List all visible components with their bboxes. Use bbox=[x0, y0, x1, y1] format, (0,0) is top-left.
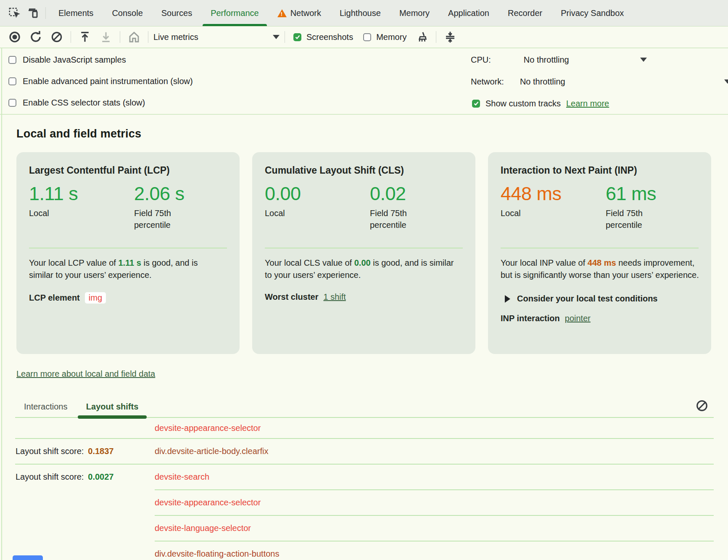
metric-cards: Largest Contentful Paint (LCP) 1.11 s Lo… bbox=[16, 152, 728, 354]
screenshots-checkbox[interactable]: Screenshots bbox=[293, 32, 353, 42]
worst-cluster-link[interactable]: 1 shift bbox=[323, 292, 346, 302]
checkbox-unchecked-icon bbox=[8, 77, 16, 85]
layout-shift-row: Layout shift score: 0.1837 div.devsite-a… bbox=[15, 439, 714, 464]
lcp-field-value: 2.06 s bbox=[134, 183, 193, 205]
screenshots-label: Screenshots bbox=[306, 32, 353, 42]
chevron-down-icon[interactable] bbox=[724, 79, 728, 84]
record-icon bbox=[8, 30, 21, 44]
layout-shift-score-label: Layout shift score: bbox=[16, 472, 84, 482]
cls-field-label: Field 75th percentile bbox=[370, 207, 429, 231]
learn-more-local-field-link[interactable]: Learn more about local and field data bbox=[16, 369, 155, 379]
clear-button[interactable] bbox=[49, 29, 65, 45]
show-custom-tracks-checkbox[interactable]: Show custom tracks Learn more bbox=[472, 93, 609, 114]
inp-field-label: Field 75th percentile bbox=[606, 207, 665, 231]
cls-card-title: Cumulative Layout Shift (CLS) bbox=[265, 165, 463, 176]
cpu-label: CPU: bbox=[471, 55, 491, 65]
toolbar-divider bbox=[436, 31, 436, 43]
tab-console[interactable]: Console bbox=[103, 0, 152, 26]
element-selector-link[interactable]: devsite-language-selector bbox=[155, 523, 251, 533]
settings-checkbox-label: Disable JavaScript samples bbox=[23, 55, 126, 65]
consider-label: Consider your local test conditions bbox=[517, 294, 658, 304]
settings-checkbox-label: Enable advanced paint instrumentation (s… bbox=[23, 77, 193, 86]
element-selector-link[interactable]: div.devsite-floating-action-buttons bbox=[155, 549, 279, 559]
log-tab-layout-shifts[interactable]: Layout shifts bbox=[78, 397, 147, 417]
tab-recorder[interactable]: Recorder bbox=[499, 0, 551, 26]
tab-application[interactable]: Application bbox=[439, 0, 499, 26]
collect-garbage-button[interactable] bbox=[414, 29, 430, 45]
tab-performance[interactable]: Performance bbox=[201, 0, 268, 26]
broom-icon bbox=[416, 31, 428, 43]
home-button[interactable] bbox=[126, 29, 142, 45]
lcp-local-label: Local bbox=[29, 207, 88, 219]
tab-label: Lighthouse bbox=[340, 8, 381, 18]
tab-sources[interactable]: Sources bbox=[152, 0, 201, 26]
settings-checkbox-enable-css-selector-stats-slow[interactable]: Enable CSS selector stats (slow) bbox=[8, 92, 193, 114]
tab-network[interactable]: Network bbox=[268, 0, 330, 26]
panel-mode-label: Live metrics bbox=[153, 32, 198, 42]
learn-more-link[interactable]: Learn more bbox=[566, 99, 609, 108]
reload-and-record-button[interactable] bbox=[28, 29, 44, 45]
tab-label: Recorder bbox=[508, 8, 542, 18]
log-tab-interactions[interactable]: Interactions bbox=[16, 397, 76, 417]
tab-label: Memory bbox=[399, 8, 430, 18]
tab-label: Console bbox=[112, 8, 142, 18]
element-selector-link[interactable]: devsite-appearance-selector bbox=[155, 498, 261, 507]
inp-interaction-link[interactable]: pointer bbox=[565, 314, 591, 323]
inspect-element-button[interactable] bbox=[5, 0, 24, 26]
lcp-description: Your local LCP value of 1.11 s is good, … bbox=[29, 257, 223, 281]
network-throttling-select[interactable]: Network: No throttling bbox=[471, 71, 565, 92]
tab-label: Privacy Sandbox bbox=[561, 8, 624, 18]
lcp-element-node-link[interactable]: img bbox=[85, 292, 106, 304]
tab-label: Elements bbox=[58, 8, 93, 18]
panel-mode-dropdown[interactable]: Live metrics bbox=[153, 32, 280, 42]
card-divider bbox=[29, 248, 227, 248]
lcp-local-value: 1.11 s bbox=[29, 183, 134, 205]
lcp-card: Largest Contentful Paint (LCP) 1.11 s Lo… bbox=[16, 152, 240, 354]
record-button[interactable] bbox=[7, 29, 23, 45]
layout-shift-score-value: 0.1837 bbox=[88, 446, 113, 456]
memory-checkbox[interactable]: Memory bbox=[363, 32, 406, 42]
settings-checkbox-label: Enable CSS selector stats (slow) bbox=[23, 98, 145, 108]
cpu-throttling-select[interactable]: CPU: No throttling bbox=[471, 50, 569, 70]
device-toolbar-icon bbox=[26, 7, 39, 19]
clear-log-button[interactable] bbox=[695, 399, 709, 412]
tab-elements[interactable]: Elements bbox=[49, 0, 103, 26]
layout-shift-row: devsite-appearance-selector bbox=[15, 490, 714, 515]
vertical-collapse-icon bbox=[444, 31, 456, 43]
checkbox-unchecked-icon bbox=[363, 33, 371, 41]
inp-interaction-label: INP interaction bbox=[501, 314, 560, 323]
settings-checkbox-disable-javascript-samples[interactable]: Disable JavaScript samples bbox=[8, 49, 193, 71]
device-toolbar-button[interactable] bbox=[24, 0, 42, 26]
collapse-sections-button[interactable] bbox=[442, 29, 458, 45]
element-selector-link[interactable]: div.devsite-article-body.clearfix bbox=[155, 446, 268, 456]
checkbox-checked-icon bbox=[472, 100, 480, 108]
layout-shift-row: Layout shift score: 0.0027 devsite-searc… bbox=[15, 465, 714, 489]
checkbox-checked-icon bbox=[293, 33, 301, 41]
network-value: No throttling bbox=[520, 77, 565, 87]
inp-description: Your local INP value of 448 ms needs imp… bbox=[501, 257, 699, 281]
save-profile-button[interactable] bbox=[98, 29, 114, 45]
live-metrics-view: Local and field metrics Largest Contentf… bbox=[0, 115, 728, 379]
tab-lighthouse[interactable]: Lighthouse bbox=[330, 0, 390, 26]
chevron-down-icon[interactable] bbox=[640, 58, 647, 62]
card-divider bbox=[265, 248, 463, 248]
toolbar-divider bbox=[71, 31, 71, 43]
tab-privacy-sandbox[interactable]: Privacy Sandbox bbox=[551, 0, 633, 26]
settings-checkbox-enable-advanced-paint-instrumentation-slow[interactable]: Enable advanced paint instrumentation (s… bbox=[8, 71, 193, 92]
download-icon bbox=[100, 31, 112, 43]
consider-local-test-conditions-expander[interactable]: Consider your local test conditions bbox=[501, 294, 699, 304]
tab-label: Sources bbox=[161, 8, 192, 18]
cls-local-label: Local bbox=[265, 207, 324, 219]
memory-label: Memory bbox=[376, 32, 406, 42]
inspect-cursor-icon bbox=[8, 7, 21, 19]
element-selector-link[interactable]: devsite-search bbox=[155, 472, 209, 482]
cls-local-value: 0.00 bbox=[265, 183, 370, 205]
layout-shift-score-label: Layout shift score: bbox=[16, 446, 84, 456]
tab-memory[interactable]: Memory bbox=[390, 0, 439, 26]
upload-icon bbox=[79, 31, 91, 43]
element-selector-link[interactable]: devsite-appearance-selector bbox=[155, 423, 261, 433]
load-profile-button[interactable] bbox=[77, 29, 93, 45]
tab-label: Network bbox=[290, 8, 321, 18]
devtools-tab-bar: Elements Console Sources Performance Net… bbox=[0, 0, 728, 26]
tab-label: Performance bbox=[211, 8, 259, 18]
